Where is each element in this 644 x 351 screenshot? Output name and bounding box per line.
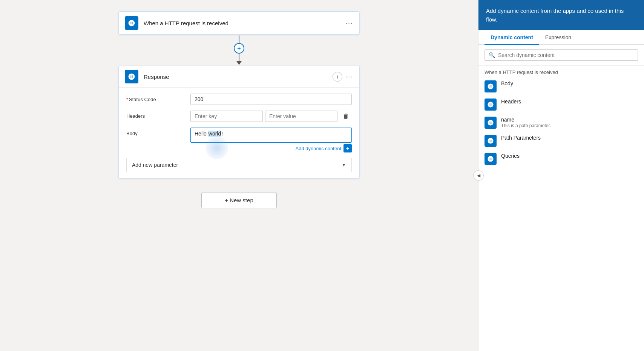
connector-line-top [239,35,239,43]
response-card-body: *Status Code Headers Body [119,88,359,178]
add-dynamic-icon[interactable]: + [343,144,352,152]
panel-section-title: When a HTTP request is received [478,66,644,77]
response-icon [125,70,138,83]
connector-arrow [236,61,242,65]
body-input[interactable]: Hello world! [190,128,352,143]
panel-tabs: Dynamic content Expression [478,30,644,45]
dynamic-item-headers-icon [485,99,497,111]
connector: + [234,35,244,65]
response-card-header: Response i ··· [119,66,359,88]
headers-row: Headers [126,110,352,122]
panel-header-text: Add dynamic content from the apps and co… [486,7,636,24]
dynamic-item-body[interactable]: Body [478,77,644,95]
trigger-icon [125,16,138,30]
dynamic-item-name-label: name [501,117,638,123]
dynamic-item-name[interactable]: name This is a path parameter. [478,114,644,132]
tab-dynamic-content[interactable]: Dynamic content [485,30,539,44]
add-dynamic-link[interactable]: Add dynamic content [296,146,341,151]
headers-label: Headers [126,110,190,119]
response-card-title: Response [144,74,333,80]
dynamic-item-body-name: Body [501,80,638,86]
response-more-button[interactable]: ··· [345,73,353,81]
headers-key-input[interactable] [190,111,263,122]
response-info-button[interactable]: i [333,72,342,82]
dynamic-item-queries[interactable]: Queries [478,150,644,168]
status-code-control [190,94,352,105]
dynamic-item-queries-name: Queries [501,153,638,159]
dynamic-item-path-params-content: Path Parameters [501,135,638,141]
body-highlight: world [208,131,221,137]
connector-line-bottom [239,54,239,61]
status-code-label: *Status Code [126,94,190,102]
dynamic-item-headers[interactable]: Headers [478,95,644,114]
dynamic-item-path-params-name: Path Parameters [501,135,638,141]
trigger-card: When a HTTP request is received ··· [118,11,360,35]
new-step-button[interactable]: + New step [201,192,277,208]
dynamic-item-queries-icon [485,153,497,165]
panel-search: 🔍 [478,45,644,66]
main-canvas: When a HTTP request is received ··· + Re… [0,0,478,351]
right-panel: ◀ Add dynamic content from the apps and … [478,0,644,351]
search-icon: 🔍 [489,52,495,58]
search-input[interactable] [498,52,634,58]
body-row: Body Hello world! Add dynamic content + [126,128,352,152]
tab-expression[interactable]: Expression [539,30,577,44]
status-code-row: *Status Code [126,94,352,105]
dynamic-item-body-icon [485,80,497,92]
dynamic-item-headers-content: Headers [501,99,638,105]
body-text-after: ! [221,131,223,137]
add-parameter-chevron-icon: ▼ [342,162,346,168]
panel-header: Add dynamic content from the apps and co… [478,0,644,30]
dynamic-item-name-icon [485,117,497,129]
trigger-more-button[interactable]: ··· [345,19,353,27]
body-text-before: Hello [195,131,208,137]
dynamic-item-path-params[interactable]: Path Parameters [478,132,644,150]
body-label: Body [126,128,190,136]
search-box: 🔍 [485,49,638,61]
body-wrapper: Hello world! [190,128,352,143]
add-dynamic-row: Add dynamic content + [190,144,352,152]
body-control: Hello world! Add dynamic content + [190,128,352,152]
add-parameter-row[interactable]: Add new parameter ▼ [126,158,352,172]
headers-value-input[interactable] [265,111,337,122]
headers-delete-button[interactable] [340,110,352,122]
add-parameter-label: Add new parameter [132,162,178,168]
dynamic-item-path-params-icon [485,135,497,147]
trigger-card-title: When a HTTP request is received [144,20,345,26]
dynamic-item-name-content: name This is a path parameter. [501,117,638,128]
dynamic-item-body-content: Body [501,80,638,86]
response-card: Response i ··· *Status Code Headers [118,66,360,179]
status-code-input[interactable] [190,94,352,105]
dynamic-item-queries-content: Queries [501,153,638,159]
headers-control [190,110,352,122]
add-step-button[interactable]: + [234,43,244,54]
dynamic-item-name-desc: This is a path parameter. [501,123,638,128]
dynamic-item-headers-name: Headers [501,99,638,105]
panel-collapse-button[interactable]: ◀ [473,170,484,181]
